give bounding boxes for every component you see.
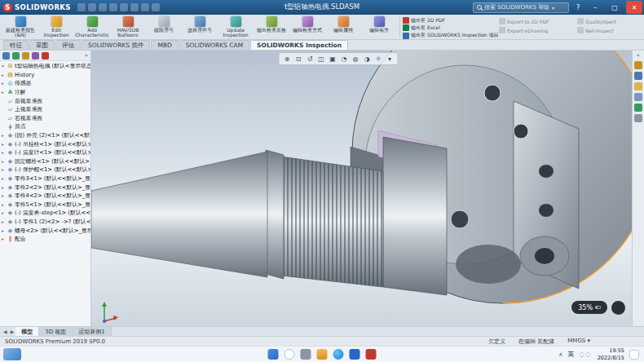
- ribbon-button[interactable]: 移除序号: [146, 15, 182, 39]
- task-pane-collapse-icon[interactable]: «: [637, 52, 640, 59]
- taskbar-clock[interactable]: 19:55 2022/8/15: [598, 347, 624, 360]
- ribbon-button[interactable]: HAV/SUB Balloons: [110, 15, 146, 39]
- weather-widget-icon[interactable]: [3, 348, 21, 360]
- tree-item[interactable]: ▸ 传感器: [0, 79, 90, 88]
- taskbar-app-icon[interactable]: [366, 349, 377, 360]
- command-tab[interactable]: MBD: [151, 40, 178, 50]
- tree-item[interactable]: ▸ 零件2<2> (默认<<默认>_显示状...: [0, 183, 90, 192]
- ribbon-button[interactable]: 选择序件号: [182, 15, 218, 39]
- quick-toolbar-icon[interactable]: [77, 3, 86, 11]
- graphics-viewport[interactable]: ⊕⊡↺◫▣◔◍◑☼▾ 35%: [91, 51, 632, 326]
- hud-button[interactable]: ◔: [339, 54, 350, 64]
- tree-item[interactable]: ▸ (-) 温度计<1> (默认<<默认>_显...: [0, 148, 90, 157]
- quick-toolbar-icon[interactable]: [88, 3, 96, 11]
- tree-item[interactable]: 右视基准面: [0, 114, 90, 123]
- quick-toolbar-icon[interactable]: [152, 3, 160, 11]
- tray-chevron-icon[interactable]: ∧: [558, 351, 562, 358]
- hud-button[interactable]: ◫: [316, 54, 327, 64]
- hud-button[interactable]: ⊡: [293, 54, 304, 64]
- export-button[interactable]: Net-Inspect: [577, 26, 634, 34]
- export-button[interactable]: 输出至 Excel: [403, 24, 499, 31]
- tree-item[interactable]: ▸ (-) 保护帽<1> (默认<<默认>_显示...: [0, 166, 90, 174]
- ribbon-button[interactable]: Update Inspection Project: [218, 15, 254, 39]
- quick-toolbar-icon[interactable]: [99, 3, 107, 11]
- hud-button[interactable]: ◍: [351, 54, 361, 64]
- panel-chevron-icon[interactable]: »: [85, 52, 88, 59]
- export-button[interactable]: Export to 2D PDF: [499, 17, 574, 25]
- status-item[interactable]: MMGS ▾: [567, 338, 590, 346]
- part-shaft[interactable]: [91, 152, 267, 277]
- command-tab[interactable]: SOLIDWORKS CAM: [179, 40, 249, 50]
- notification-center-icon[interactable]: [629, 350, 639, 360]
- tree-item[interactable]: ▸ (-) 吊挂柱<1> (默认<<默认>_显...: [0, 139, 90, 148]
- command-tab[interactable]: 草图: [29, 40, 55, 50]
- hud-button[interactable]: ↺: [305, 54, 315, 64]
- tree-item[interactable]: 原点: [0, 122, 90, 131]
- quick-toolbar-icon[interactable]: [141, 3, 149, 11]
- model-tab[interactable]: 模型: [15, 327, 39, 336]
- quick-toolbar-icon[interactable]: [109, 3, 117, 11]
- panel-tab-icon[interactable]: [12, 52, 20, 60]
- model-tab[interactable]: 运动算例1: [73, 327, 111, 336]
- quick-toolbar-icon[interactable]: [130, 3, 139, 11]
- minimize-button[interactable]: –: [587, 1, 603, 14]
- ribbon-button[interactable]: Add Characteristic: [74, 15, 110, 39]
- ribbon-button[interactable]: Edit Inspection: [38, 15, 74, 39]
- ribbon-button[interactable]: 编辑属性: [325, 15, 361, 39]
- tree-item[interactable]: ▸ 零件4<2> (默认<<默认>_显示状...: [0, 192, 90, 201]
- command-tab[interactable]: SOLIDWORKS Inspection: [250, 40, 348, 50]
- ime-indicator[interactable]: 英: [567, 350, 574, 359]
- ribbon-button[interactable]: 编辑检查方式: [289, 15, 325, 39]
- task-pane-icon[interactable]: [634, 93, 642, 101]
- part-step-ring[interactable]: [266, 150, 284, 279]
- command-tab[interactable]: SOLIDWORKS 插件: [82, 40, 150, 50]
- help-button[interactable]: ?: [572, 4, 584, 11]
- tree-item[interactable]: ▾ t型铝轴热电偶 (默认<显示状态-1>): [0, 62, 90, 71]
- taskbar-app-icon[interactable]: [317, 349, 328, 360]
- tree-item[interactable]: ▸ 配合: [0, 235, 90, 244]
- tree-item[interactable]: ▸ (固) 外壳 (2)<1> (默认<<默认>_显示状态: [0, 131, 90, 140]
- command-tab[interactable]: 评估: [55, 40, 81, 50]
- task-pane-icon[interactable]: [634, 61, 642, 69]
- hud-button[interactable]: ☼: [373, 54, 384, 64]
- search-caret-icon[interactable]: ▾: [552, 5, 554, 11]
- status-item[interactable]: 欠定义: [488, 338, 505, 346]
- command-tab[interactable]: 特征: [3, 40, 29, 50]
- tabs-nav-left-icon[interactable]: ◀: [2, 329, 9, 334]
- maximize-button[interactable]: ▢: [607, 1, 623, 14]
- taskbar-app-icon[interactable]: [285, 349, 295, 360]
- close-button[interactable]: ✕: [626, 1, 642, 14]
- part-threaded-section[interactable]: [281, 157, 383, 287]
- taskbar-app-icon[interactable]: [350, 349, 360, 360]
- tree-item[interactable]: ▸ 注解: [0, 88, 90, 97]
- tree-item[interactable]: ▸ 零件5<1> (默认<<默认>_显示状...: [0, 201, 90, 210]
- tree-item[interactable]: ▸ (-) 零件1 (2)<2> ->? (默认<<默认>_显示状态: [0, 218, 90, 227]
- tabs-nav-right-icon[interactable]: ▶: [9, 329, 16, 334]
- panel-tab-icon[interactable]: [42, 52, 49, 60]
- hud-button[interactable]: ▾: [385, 54, 395, 64]
- panel-tab-icon[interactable]: [32, 52, 39, 60]
- taskbar-app-icon[interactable]: [333, 349, 344, 360]
- search-input[interactable]: 搜索 SOLIDWORKS 帮助 ▾: [473, 2, 569, 13]
- tree-item[interactable]: ▸ History: [0, 71, 90, 80]
- taskbar-app-icon[interactable]: [301, 349, 311, 360]
- hud-button[interactable]: ▣: [328, 54, 338, 64]
- tree-item[interactable]: ▸ 螺母<2> (默认<<默认>_显示状态...: [0, 226, 90, 235]
- quick-toolbar-icon[interactable]: [120, 3, 128, 11]
- hud-button[interactable]: ◑: [362, 54, 373, 64]
- tray-status-icons[interactable]: ◌◌: [579, 351, 592, 358]
- model-3d[interactable]: [91, 51, 632, 326]
- panel-tab-icon[interactable]: [22, 52, 29, 60]
- task-pane-icon[interactable]: [634, 114, 642, 122]
- tree-item[interactable]: ▸ (-) 温度表-step<1> (默认<<默认>...: [0, 209, 90, 218]
- task-pane-icon[interactable]: [634, 82, 642, 90]
- ribbon-button[interactable]: 新建检查报告(&N): [2, 15, 38, 39]
- panel-tab-icon[interactable]: [2, 52, 10, 60]
- export-button[interactable]: QualityXpert: [577, 17, 634, 25]
- part-collar[interactable]: [383, 137, 447, 295]
- export-button[interactable]: 输出至 SOLIDWORKS Inspection 项目: [403, 33, 499, 39]
- ribbon-button[interactable]: 输出检查表格: [254, 15, 289, 39]
- export-button[interactable]: Export eDrawing: [499, 26, 574, 34]
- task-pane-icon[interactable]: [634, 104, 642, 112]
- tree-item[interactable]: ▸ 固定螺栓<1> (默认<<默认>_显示状...: [0, 157, 90, 166]
